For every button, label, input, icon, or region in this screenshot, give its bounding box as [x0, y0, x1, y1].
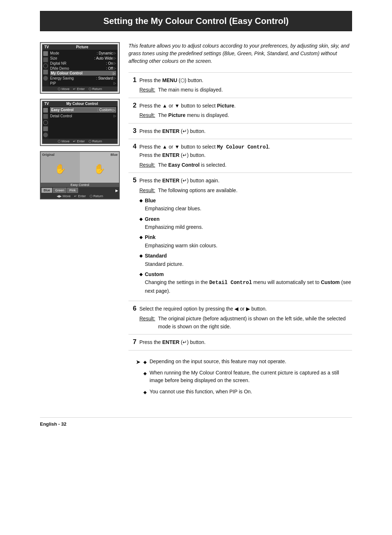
- option-custom: ◆ CustomChanging the settings in the Det…: [139, 270, 352, 295]
- step-row-5: 5 Press the ENTER (↵) button again. Resu…: [128, 173, 352, 301]
- result-text-4: The Easy Control is selected.: [158, 161, 352, 169]
- result-text-1: The main menu is displayed.: [158, 86, 352, 94]
- notes-arrow: ➤: [136, 358, 140, 365]
- tv-footer-1: ⬡ Move ↵ Enter ⬡ Return: [42, 86, 118, 92]
- tv-blue-label: Blue: [110, 153, 118, 157]
- note-2: ◆ When running the My Colour Control fea…: [143, 369, 352, 384]
- result-text-5: The following options are available.: [158, 186, 352, 194]
- option-pink: ◆ PinkEmphasizing warm skin colours.: [139, 233, 352, 250]
- step-num-7: 7: [128, 335, 139, 350]
- tv-icon-2b: [43, 114, 48, 119]
- step-num-3: 3: [128, 123, 139, 139]
- easy-btn-blue: Blue: [41, 188, 52, 193]
- tv-original-label: Original: [42, 153, 54, 157]
- tv-icon-2d: [43, 126, 48, 131]
- tv-row-pip: PIP ▷: [50, 81, 116, 86]
- result-label-6: Result:: [139, 315, 155, 331]
- tv-label-1: TV: [44, 45, 49, 49]
- right-column: This feature allows you to adjust colour…: [128, 42, 352, 403]
- tv-icon-1: [43, 51, 48, 56]
- step-row-6: 6 Select the required option by pressing…: [128, 301, 352, 335]
- step-content-1: Press the MENU (⬡) button. Result: The m…: [139, 73, 352, 98]
- footer-text: English - 32: [40, 421, 66, 427]
- step-num-1: 1: [128, 73, 139, 98]
- result-label-4: Result:: [139, 161, 155, 169]
- left-column: TV Picture Mode : Dyna: [40, 42, 120, 403]
- easy-control-bar: Easy Control: [41, 183, 119, 187]
- result-label-5: Result:: [139, 186, 155, 194]
- tv-icon-4: [43, 70, 48, 74]
- tv-row-my-colour: My Colour Control ▷: [50, 71, 116, 76]
- result-text-2: The Picture menu is displayed.: [158, 111, 352, 119]
- tv-row-dnie-demo: DNIe Demo : Off ▷: [50, 66, 116, 71]
- option-list: ◆ BlueEmphasizing clear blues. ◆ GreenEm…: [139, 196, 352, 295]
- result-text-6: The original picture (before adjustment)…: [158, 315, 352, 331]
- option-blue: ◆ BlueEmphasizing clear blues.: [139, 196, 352, 213]
- tv-label-2: TV: [44, 102, 49, 106]
- step-num-5: 5: [128, 173, 139, 301]
- option-standard: ◆ StandardStandard picture.: [139, 252, 352, 268]
- easy-control-options: Blue Green Pink ▶: [41, 187, 119, 194]
- step-num-6: 6: [128, 301, 139, 335]
- tv-row-size: Size : Auto Wide ▷: [50, 56, 116, 61]
- intro-text: This feature allows you to adjust colour…: [128, 42, 352, 65]
- easy-btn-green: Green: [53, 188, 66, 193]
- step-num-4: 4: [128, 139, 139, 173]
- tv-icon-2: [43, 57, 48, 62]
- step-row-3: 3 Press the ENTER (↵) button.: [128, 123, 352, 139]
- tv-menu-title-1: Picture: [76, 45, 88, 49]
- step-content-2: Press the ▲ or ▼ button to select Pictur…: [139, 98, 352, 123]
- page-footer: English - 32: [40, 417, 352, 427]
- tv-footer-2: ⬡ Move ↵ Enter ⬡ Return: [42, 139, 118, 144]
- tv-icon-2c: [43, 120, 48, 125]
- steps-table: 1 Press the MENU (⬡) button. Result: The…: [128, 72, 352, 350]
- tv-row-mode: Mode : Dynamic ▷: [50, 50, 116, 56]
- tv-screen-2: TV My Colour Control Easy Control: [40, 99, 120, 146]
- step-row-2: 2 Press the ▲ or ▼ button to select Pict…: [128, 98, 352, 123]
- step-content-4: Press the ▲ or ▼ button to select My Col…: [139, 139, 352, 173]
- tv-icon-2a: [43, 108, 48, 113]
- page-title: Setting the My Colour Control (Easy Cont…: [40, 11, 352, 31]
- note-3: ◆ You cannot use this function, when PIP…: [143, 388, 352, 396]
- result-label-2: Result:: [139, 111, 155, 119]
- tv-footer-3: ◀▶ Move ↵ Enter ⬡ Return: [41, 194, 119, 199]
- tv-icon-3: [43, 64, 48, 68]
- step-content-6: Select the required option by pressing t…: [139, 301, 352, 335]
- step-row-7: 7 Press the ENTER (↵) button.: [128, 335, 352, 350]
- step-content-7: Press the ENTER (↵) button.: [139, 335, 352, 350]
- note-1: ◆ Depending on the input source, this fe…: [143, 358, 352, 365]
- tv-screen-1: TV Picture Mode : Dyna: [40, 42, 120, 94]
- tv-row-energy: Energy Saving : Standard ▷: [50, 76, 116, 81]
- easy-more-arrow: ▶: [115, 189, 118, 192]
- tv-icon-5: [43, 76, 48, 81]
- step-content-5: Press the ENTER (↵) button again. Result…: [139, 173, 352, 301]
- step-content-3: Press the ENTER (↵) button.: [139, 123, 352, 139]
- tv-hand-left: ✋: [54, 163, 66, 175]
- tv-icon-2e: [43, 133, 48, 137]
- notes-section: ➤ ◆ Depending on the input source, this …: [128, 358, 352, 399]
- step-num-2: 2: [128, 98, 139, 123]
- option-green: ◆ GreenEmphasizing mild greens.: [139, 215, 352, 231]
- tv-row-digital-nr: Digital NR : On ▷: [50, 61, 116, 66]
- tv-row-detail-control: Detail Control ▷: [50, 113, 116, 118]
- tv-menu-title-2: My Colour Control: [66, 102, 98, 106]
- step-row-1: 1 Press the MENU (⬡) button. Result: The…: [128, 73, 352, 98]
- result-label-1: Result:: [139, 86, 155, 94]
- step-row-4: 4 Press the ▲ or ▼ button to select My C…: [128, 139, 352, 173]
- easy-btn-pink: Pink: [67, 188, 78, 193]
- tv-screen-3: Original ✋ Blue ✋ Easy Control Blue Gree…: [40, 151, 120, 199]
- tv-row-easy-control: Easy Control : Custom ▷: [50, 107, 116, 113]
- tv-hand-right: ✋: [94, 163, 105, 175]
